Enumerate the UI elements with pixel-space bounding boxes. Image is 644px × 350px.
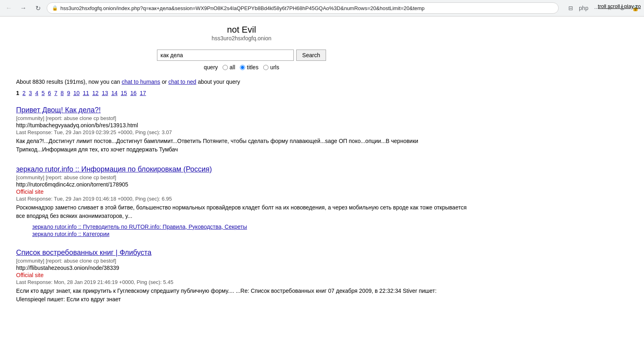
search-row: Search: [157, 50, 326, 61]
search-options: query all titles urls: [204, 64, 279, 70]
result-ping: Last Response: Tue, 29 Jan 2019 01:46:18…: [16, 196, 467, 202]
result-item: Список востребованных книг | Флибуста [c…: [16, 249, 467, 304]
page-12[interactable]: 12: [92, 90, 99, 96]
page-16[interactable]: 16: [130, 90, 137, 96]
sub-links: зеркало rutor.info :: Путеводитель по RU…: [32, 224, 467, 237]
pagination: 1 2 3 4 5 6 7 8 9 10 11 12 13 14 15 16 1…: [16, 90, 467, 96]
page-14[interactable]: 14: [111, 90, 118, 96]
result-snippet: Роскомнадзор заметно сливает в этой битв…: [16, 203, 467, 220]
results-text-before: About 8830 results (191ms), now you can: [16, 79, 122, 85]
top-right-links[interactable]: troll scroll | play zo: [598, 3, 641, 9]
page-9[interactable]: 9: [67, 90, 70, 96]
result-official: Official site: [16, 272, 467, 278]
browser-chrome: ← → ↻ 🔒 hss3uro2hsxfogfq.onion/index.php…: [0, 0, 644, 17]
page-current: 1: [16, 90, 19, 96]
result-url: http://flibustahezeous3.onion/node/38339: [16, 265, 467, 271]
site-header: not Evil hss3uro2hsxfogfq.onion: [16, 25, 467, 41]
site-domain: hss3uro2hsxfogfq.onion: [16, 35, 467, 41]
address-bar[interactable]: 🔒 hss3uro2hsxfogfq.onion/index.php?q=как…: [47, 2, 559, 14]
result-meta: [community] [report: abuse clone cp best…: [16, 115, 467, 121]
result-ping: Last Response: Tue, 29 Jan 2019 02:39:25…: [16, 129, 467, 135]
search-area: Search query all titles urls: [16, 50, 467, 70]
result-title: зеркало rutor.info :: Информация по блок…: [16, 165, 467, 174]
results-text-after: about your query: [196, 79, 240, 85]
result-url: http://tumbachegvyaadyq.onion/b/res/1391…: [16, 122, 467, 128]
result-title-link[interactable]: Список востребованных книг | Флибуста: [16, 249, 151, 257]
urls-radio[interactable]: [263, 65, 268, 70]
result-meta: [community] [report: abuse clone cp best…: [16, 258, 467, 264]
site-title: not Evil: [16, 25, 467, 35]
refresh-button[interactable]: ↻: [32, 2, 43, 14]
result-title-link[interactable]: зеркало rutor.info :: Информация по блок…: [16, 165, 212, 173]
page-2[interactable]: 2: [23, 90, 26, 96]
query-label: query: [204, 64, 218, 70]
results-info: About 8830 results (191ms), now you can …: [16, 79, 467, 85]
result-snippet: Если кто вдруг знает, как прикрутить к Г…: [16, 287, 467, 304]
search-input[interactable]: [157, 50, 294, 61]
lock-icon: 🔒: [52, 5, 58, 11]
result-ping: Last Response: Mon, 28 Jan 2019 21:46:19…: [16, 279, 467, 285]
titles-option[interactable]: titles: [240, 64, 258, 70]
chat-ned-link[interactable]: chat to ned: [168, 79, 196, 85]
page-7[interactable]: 7: [54, 90, 58, 96]
back-button[interactable]: ←: [3, 2, 14, 14]
address-text: hss3uro2hsxfogfq.onion/index.php?q=как+д…: [60, 5, 425, 11]
result-snippet: Как дела?!...Достигнут лимит постов...До…: [16, 137, 467, 154]
all-radio[interactable]: [223, 65, 228, 70]
result-meta: [community] [report: abuse clone cp best…: [16, 174, 467, 180]
result-title: Список востребованных книг | Флибуста: [16, 249, 467, 257]
result-title: Привет Двощ! Как дела?!: [16, 106, 467, 114]
sub-link-2[interactable]: зеркало rutor.info :: Категории: [32, 231, 467, 237]
page-5[interactable]: 5: [41, 90, 45, 96]
result-item: зеркало rutor.info :: Информация по блок…: [16, 165, 467, 237]
browser-nav-bar: ← → ↻ 🔒 hss3uro2hsxfogfq.onion/index.php…: [0, 0, 644, 16]
result-url: http://rutorc6mqdinc4cz.onion/torrent/17…: [16, 181, 467, 188]
page-17[interactable]: 17: [140, 90, 146, 96]
result-item: Привет Двощ! Как дела?! [community] [rep…: [16, 106, 467, 154]
forward-button[interactable]: →: [18, 2, 29, 14]
page-13[interactable]: 13: [102, 90, 108, 96]
all-option[interactable]: all: [223, 64, 235, 70]
titles-radio[interactable]: [240, 65, 245, 70]
page-10[interactable]: 10: [73, 90, 80, 96]
page-4[interactable]: 4: [35, 90, 38, 96]
page-15[interactable]: 15: [121, 90, 127, 96]
result-official: Official site: [16, 188, 467, 195]
page-8[interactable]: 8: [61, 90, 64, 96]
result-title-link[interactable]: Привет Двощ! Как дела?!: [16, 106, 101, 114]
sub-link-1[interactable]: зеркало rutor.info :: Путеводитель по RU…: [32, 224, 467, 230]
urls-option[interactable]: urls: [263, 64, 279, 70]
page-11[interactable]: 11: [83, 90, 89, 96]
search-button[interactable]: Search: [296, 50, 326, 61]
chat-humans-link[interactable]: chat to humans: [122, 79, 160, 85]
page-3[interactable]: 3: [29, 90, 32, 96]
page-content: not Evil hss3uro2hsxfogfq.onion Search q…: [0, 17, 483, 323]
extensions-button[interactable]: php: [578, 2, 589, 14]
bookmarks-button[interactable]: ⊟: [565, 2, 576, 14]
results-text-mid: or: [160, 79, 168, 85]
page-6[interactable]: 6: [48, 90, 51, 96]
